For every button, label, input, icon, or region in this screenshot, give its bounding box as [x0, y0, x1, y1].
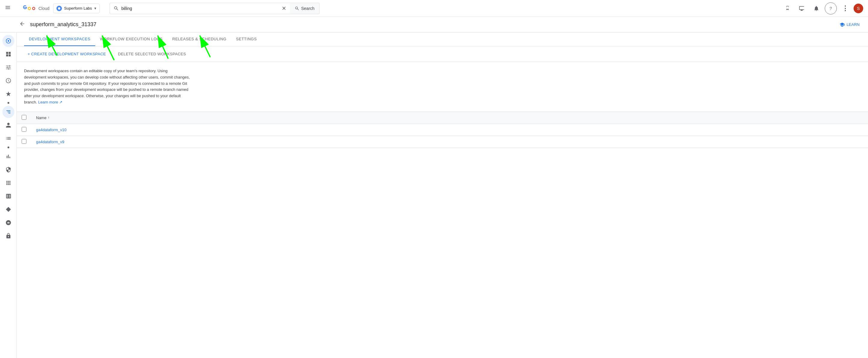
sidebar-item-face[interactable]	[2, 217, 14, 229]
create-workspace-label: + CREATE DEVELOPMENT WORKSPACE	[28, 52, 106, 56]
name-column-header[interactable]: Name ↑	[31, 112, 868, 123]
row-1-checkbox[interactable]	[22, 127, 26, 132]
workspace-link-2[interactable]: ga4dataform_v9	[36, 140, 64, 144]
name-column-label: Name	[36, 115, 46, 120]
project-selector[interactable]: Superform Labs ▾	[53, 4, 100, 13]
main-layout: DEVELOPMENT WORKSPACES WORKFLOW EXECUTIO…	[0, 32, 868, 358]
table-row: ga4dataform_v10	[17, 123, 868, 136]
left-sidebar	[0, 32, 17, 358]
row-1-name-cell: ga4dataform_v10	[31, 123, 868, 136]
sidebar-item-dashboard[interactable]	[2, 48, 14, 60]
description-text: Development workspaces contain an editab…	[24, 68, 190, 106]
workspace-link-1[interactable]: ga4dataform_v10	[36, 128, 66, 132]
create-workspace-button[interactable]: + CREATE DEVELOPMENT WORKSPACE	[24, 50, 110, 58]
sidebar-item-sparkle[interactable]	[2, 88, 14, 100]
description-block: Development workspaces contain an editab…	[17, 62, 197, 112]
sidebar-item-list-settings[interactable]	[2, 132, 14, 144]
tabs-row: DEVELOPMENT WORKSPACES WORKFLOW EXECUTIO…	[17, 32, 868, 46]
google-cloud-logo: Cloud	[14, 5, 50, 12]
hamburger-menu-icon[interactable]	[5, 4, 11, 12]
delete-workspaces-button[interactable]: DELETE SELECTED WORKSPACES	[115, 50, 189, 58]
sidebar-item-lock[interactable]	[2, 230, 14, 242]
project-name: Superform Labs	[64, 6, 92, 10]
sidebar-item-nav-arrow[interactable]	[2, 106, 14, 118]
delete-workspaces-label: DELETE SELECTED WORKSPACES	[118, 52, 186, 56]
sidebar-divider-dot-2	[7, 146, 9, 148]
nav-right: ? ⋮ S	[781, 2, 863, 15]
search-button-icon	[294, 6, 300, 11]
sidebar-item-home[interactable]	[2, 35, 14, 47]
learn-more-link[interactable]: Learn more ↗	[38, 100, 62, 104]
sort-arrow-icon: ↑	[48, 115, 50, 120]
sidebar-item-chart[interactable]	[2, 150, 14, 162]
table-row: ga4dataform_v9	[17, 136, 868, 148]
row-1-checkbox-cell[interactable]	[17, 123, 31, 136]
page-header-row: superform_analytics_31337 LEARN	[0, 17, 868, 32]
user-avatar[interactable]: S	[854, 4, 863, 13]
top-nav: Cloud Superform Labs ▾ ✕ Search ? ⋮ S	[0, 0, 868, 17]
sidebar-item-sliders[interactable]	[2, 61, 14, 74]
table-header-row: Name ↑	[17, 112, 868, 123]
bell-icon-btn[interactable]	[810, 2, 823, 15]
workspaces-table: Name ↑ ga4dataform_v10	[17, 112, 868, 148]
select-all-header[interactable]	[17, 112, 31, 123]
sidebar-item-clock[interactable]	[2, 75, 14, 87]
sidebar-item-diamond[interactable]	[2, 203, 14, 215]
search-clear-icon[interactable]: ✕	[282, 5, 286, 12]
sidebar-item-shield[interactable]	[2, 164, 14, 176]
content-area: DEVELOPMENT WORKSPACES WORKFLOW EXECUTIO…	[17, 32, 868, 358]
pin-icon-btn[interactable]	[781, 2, 794, 15]
monitor-icon-btn[interactable]	[796, 2, 808, 15]
sidebar-divider-dot	[7, 102, 9, 104]
project-dropdown-icon: ▾	[94, 6, 96, 10]
learn-icon	[839, 22, 845, 27]
sidebar-item-grid[interactable]	[2, 177, 14, 189]
search-input[interactable]	[121, 6, 279, 11]
sidebar-item-person[interactable]	[2, 119, 14, 131]
svg-point-2	[7, 40, 9, 42]
row-2-checkbox-cell[interactable]	[17, 136, 31, 148]
search-bar: ✕	[110, 3, 290, 14]
more-options-icon-btn[interactable]: ⋮	[839, 2, 851, 15]
page-title: superform_analytics_31337	[30, 21, 96, 28]
tab-settings[interactable]: SETTINGS	[231, 32, 261, 46]
action-bar: + CREATE DEVELOPMENT WORKSPACE DELETE SE…	[17, 46, 868, 62]
learn-button[interactable]: LEARN	[836, 20, 863, 29]
svg-point-0	[58, 7, 60, 10]
back-button[interactable]	[17, 18, 28, 31]
row-2-checkbox[interactable]	[22, 139, 26, 144]
google-cloud-text: Cloud	[38, 6, 50, 11]
tab-workflow-execution-logs[interactable]: WORKFLOW EXECUTION LOGS	[95, 32, 167, 46]
sidebar-item-table[interactable]	[2, 190, 14, 202]
row-2-name-cell: ga4dataform_v9	[31, 136, 868, 148]
learn-label: LEARN	[847, 22, 860, 27]
project-icon	[57, 6, 62, 11]
search-button-label: Search	[301, 6, 314, 11]
search-button[interactable]: Search	[290, 3, 319, 14]
tab-development-workspaces[interactable]: DEVELOPMENT WORKSPACES	[24, 32, 95, 46]
search-icon	[114, 6, 119, 11]
tab-releases-scheduling[interactable]: RELEASES & SCHEDULING	[167, 32, 231, 46]
help-icon-btn[interactable]: ?	[825, 2, 837, 15]
select-all-checkbox[interactable]	[22, 115, 26, 120]
